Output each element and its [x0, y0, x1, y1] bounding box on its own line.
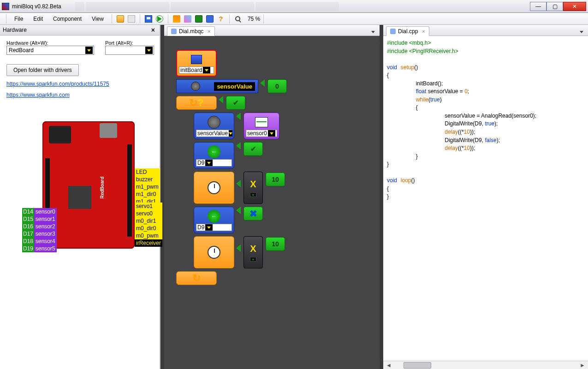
browser-ghost-tab: [256, 2, 339, 11]
folder-icon: [117, 15, 124, 23]
splitter[interactable]: [380, 25, 383, 369]
chevron-down-icon[interactable]: [205, 224, 213, 231]
block-while[interactable]: ↻ ?: [176, 96, 217, 110]
close-button[interactable]: ✕: [563, 2, 586, 11]
close-icon[interactable]: ×: [208, 29, 210, 34]
arrow-left-icon: ←: [208, 145, 220, 158]
variable-icon: [191, 82, 200, 91]
hardware-select[interactable]: RedBoard: [6, 46, 94, 55]
connector-icon: [236, 142, 241, 149]
run-button[interactable]: [154, 14, 165, 24]
chevron-down-icon[interactable]: [205, 160, 213, 166]
block-delay-1[interactable]: [194, 172, 234, 204]
pin-label: m0_dir0: [135, 225, 162, 232]
tools-button[interactable]: [172, 14, 182, 24]
pin-label: LED: [135, 168, 160, 176]
chip-button[interactable]: [194, 14, 204, 24]
port-select-label: Port (Alt+R):: [105, 40, 154, 46]
pin-label: sensor2: [34, 223, 57, 230]
zoom-button[interactable]: [233, 14, 243, 24]
pin-label: sensor5: [34, 245, 57, 252]
connector-icon: [236, 207, 241, 214]
panel-close-button[interactable]: ×: [149, 26, 157, 34]
block-analog-read[interactable]: sensor0: [244, 113, 279, 139]
block-value-ten[interactable]: 10: [266, 237, 285, 251]
chevron-down-icon: [145, 47, 153, 54]
open-button[interactable]: [115, 14, 125, 24]
file-icon: [171, 29, 177, 34]
connector-icon: [379, 358, 380, 365]
tab-menu-button[interactable]: [369, 28, 377, 36]
connector-icon: [260, 79, 265, 87]
open-drivers-button[interactable]: Open folder with drivers: [6, 64, 79, 76]
titlebar: miniBloq v0.82.Beta — ▢ ✕: [0, 0, 588, 13]
block-multiply-2[interactable]: X +: [244, 236, 263, 268]
file-icon: [390, 29, 396, 34]
connector-icon: [236, 180, 241, 187]
block-multiply-1[interactable]: X +: [244, 172, 263, 204]
add-button[interactable]: [126, 14, 137, 24]
block-assign-var[interactable]: sensorValue: [194, 113, 234, 139]
play-icon: [156, 15, 163, 23]
board-image: RedBoard LED buzzer m1_pwm m1_dir0 m1_di…: [6, 117, 153, 255]
connector-icon: [219, 96, 223, 103]
monitor-icon: [206, 15, 214, 23]
pin-label: sensor3: [34, 230, 57, 238]
block-true[interactable]: ✔: [244, 142, 263, 156]
block-false[interactable]: ✖: [244, 207, 263, 220]
window-title: miniBloq v0.82.Beta: [12, 3, 61, 10]
hardware-panel: Hardware × Hardware (Alt+W): RedBoard Po…: [0, 25, 160, 369]
block-declare-var[interactable]: sensorValue: [176, 79, 258, 93]
browser-ghost-tab: [75, 2, 84, 11]
minimize-button[interactable]: —: [530, 2, 546, 11]
plus-icon[interactable]: +: [250, 192, 256, 197]
menu-view[interactable]: View: [87, 14, 108, 24]
help-icon: ?: [217, 15, 225, 23]
help-button[interactable]: ?: [216, 14, 226, 24]
product-link[interactable]: https://www.sparkfun.com/products/11575: [6, 81, 153, 87]
port-select[interactable]: [105, 46, 154, 55]
multiply-icon: X: [250, 179, 256, 190]
edit-button[interactable]: [183, 14, 193, 24]
monitor-button[interactable]: [205, 14, 215, 24]
menu-file[interactable]: File: [10, 14, 28, 24]
zoom-icon: [235, 16, 240, 21]
horizontal-scrollbar[interactable]: ◄ ►: [383, 361, 588, 369]
scrollbar-thumb[interactable]: [404, 362, 431, 369]
vendor-link[interactable]: https://www.sparkfun.com: [6, 92, 153, 98]
pin-label: m1_pwm: [135, 183, 160, 190]
browser-ghost-tab: [171, 2, 254, 11]
pin-label: m0_pwm: [135, 232, 162, 239]
chevron-down-icon[interactable]: [229, 130, 232, 137]
connector-icon: [379, 40, 380, 47]
edit-icon: [184, 15, 191, 23]
code-editor[interactable]: #include <mbq.h> #include <PingIRReceive…: [383, 36, 588, 361]
plus-icon[interactable]: +: [250, 257, 256, 262]
pin-label: sensor4: [34, 238, 57, 245]
block-digital-write-d9-true[interactable]: ← D9: [194, 142, 234, 169]
tab-menu-button[interactable]: [578, 28, 585, 36]
close-icon[interactable]: ×: [422, 29, 425, 34]
block-canvas[interactable]: initBoard sensorValue 0 ↻ ? ✔: [164, 36, 380, 369]
pin-label: sensor0: [34, 208, 57, 215]
block-value-zero[interactable]: 0: [267, 79, 287, 93]
tab-dial-cpp[interactable]: Dial.cpp ×: [386, 26, 429, 36]
check-icon: ✔: [233, 99, 239, 107]
splitter[interactable]: [160, 25, 164, 369]
pin-label: m1_dir0: [135, 190, 160, 198]
block-digital-write-d9-false[interactable]: ← D9: [194, 207, 234, 233]
check-icon: ✔: [250, 145, 256, 153]
chevron-down-icon[interactable]: [203, 67, 210, 73]
maximize-button[interactable]: ▢: [546, 2, 563, 11]
save-button[interactable]: [143, 14, 154, 24]
block-end-loop[interactable]: ↻: [176, 271, 217, 285]
chevron-down-icon[interactable]: [268, 130, 275, 137]
tab-dial-mbqc[interactable]: Dial.mbqc ×: [167, 26, 215, 36]
block-value-ten[interactable]: 10: [266, 173, 285, 186]
browser-ghost-tab: [86, 2, 169, 11]
block-delay-2[interactable]: [194, 236, 234, 268]
menu-component[interactable]: Component: [48, 14, 86, 24]
block-initboard[interactable]: initBoard: [176, 50, 217, 77]
menu-edit[interactable]: Edit: [29, 14, 48, 24]
block-true[interactable]: ✔: [226, 96, 245, 110]
